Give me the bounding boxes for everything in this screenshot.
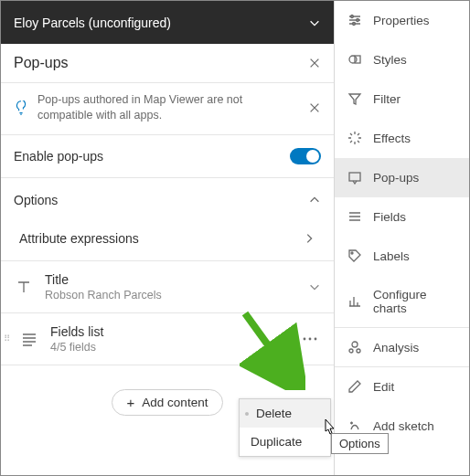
text-icon bbox=[16, 279, 32, 295]
rail-analysis-label: Analysis bbox=[373, 341, 419, 354]
panel-title: Pop-ups bbox=[14, 55, 69, 71]
svg-point-11 bbox=[349, 349, 353, 353]
chevron-right-icon bbox=[303, 232, 315, 245]
info-text: Pop-ups authored in Map Viewer are not c… bbox=[37, 92, 299, 123]
rail-filter-label: Filter bbox=[373, 92, 401, 106]
rail-popups[interactable]: Pop-ups bbox=[335, 158, 469, 197]
attribute-expressions-label: Attribute expressions bbox=[19, 231, 139, 246]
title-card[interactable]: Title Robson Ranch Parcels bbox=[1, 261, 334, 313]
rail-effects-label: Effects bbox=[373, 132, 411, 145]
dismiss-info-icon[interactable] bbox=[308, 101, 321, 114]
lightbulb-icon bbox=[14, 100, 28, 115]
sketch-icon bbox=[347, 418, 362, 433]
rail-edit-label: Edit bbox=[373, 380, 394, 394]
svg-point-12 bbox=[357, 349, 360, 353]
plus-icon: + bbox=[127, 396, 135, 409]
svg-point-9 bbox=[351, 252, 353, 254]
rail-styles-label: Styles bbox=[373, 53, 407, 67]
chevron-down-icon[interactable] bbox=[308, 280, 321, 293]
enable-popups-row: Enable pop-ups bbox=[1, 135, 334, 178]
rail-properties-label: Properties bbox=[373, 14, 430, 27]
rail-labels-label: Labels bbox=[373, 249, 410, 263]
close-icon[interactable] bbox=[308, 57, 321, 69]
attribute-expressions-row[interactable]: Attribute expressions bbox=[1, 218, 334, 261]
layer-header[interactable]: Eloy Parcels (unconfigured) bbox=[1, 1, 334, 44]
rail-analysis[interactable]: Analysis bbox=[335, 328, 469, 367]
rail-fields-label: Fields bbox=[373, 210, 406, 224]
drag-handle-icon[interactable]: ⠿ bbox=[4, 336, 11, 341]
styles-icon bbox=[347, 52, 362, 67]
svg-point-1 bbox=[309, 337, 312, 340]
add-content-label: Add content bbox=[142, 396, 208, 409]
svg-line-13 bbox=[245, 313, 293, 379]
add-content-button[interactable]: + Add content bbox=[112, 389, 224, 416]
right-rail: Properties Styles Filter Effects Pop-ups… bbox=[335, 1, 469, 475]
rail-labels[interactable]: Labels bbox=[335, 237, 469, 276]
info-banner: Pop-ups authored in Map Viewer are not c… bbox=[1, 83, 334, 135]
rail-sketch-label: Add sketch bbox=[373, 419, 434, 433]
layer-title: Eloy Parcels (unconfigured) bbox=[14, 16, 171, 30]
svg-point-6 bbox=[349, 56, 357, 63]
rail-filter[interactable]: Filter bbox=[335, 79, 469, 119]
edit-icon bbox=[347, 379, 362, 394]
effects-icon bbox=[347, 131, 362, 145]
chevron-down-icon bbox=[308, 16, 321, 29]
annotation-arrow bbox=[240, 308, 305, 390]
rail-styles[interactable]: Styles bbox=[335, 40, 469, 79]
labels-icon bbox=[347, 249, 362, 263]
filter-icon bbox=[347, 91, 362, 106]
analysis-icon bbox=[347, 340, 362, 354]
enable-popups-label: Enable pop-ups bbox=[14, 149, 103, 164]
properties-icon bbox=[347, 13, 362, 27]
context-menu: Delete Duplicate bbox=[239, 398, 331, 457]
options-label: Options bbox=[14, 193, 58, 207]
tooltip: Options bbox=[331, 433, 389, 454]
chevron-up-icon bbox=[308, 194, 321, 206]
svg-point-10 bbox=[352, 342, 358, 347]
fields-icon bbox=[347, 209, 362, 224]
context-menu-duplicate[interactable]: Duplicate bbox=[240, 428, 330, 456]
rail-properties[interactable]: Properties bbox=[335, 1, 469, 40]
svg-point-2 bbox=[315, 337, 317, 340]
charts-icon bbox=[347, 294, 362, 309]
fields-list-icon bbox=[21, 331, 37, 347]
rail-fields[interactable]: Fields bbox=[335, 197, 469, 237]
rail-edit[interactable]: Edit bbox=[335, 367, 469, 407]
app-root: Eloy Parcels (unconfigured) Pop-ups Pop-… bbox=[0, 0, 470, 476]
options-section-header[interactable]: Options bbox=[1, 178, 334, 218]
popups-icon bbox=[347, 170, 362, 185]
context-menu-delete[interactable]: Delete bbox=[240, 399, 330, 428]
enable-popups-toggle[interactable] bbox=[290, 148, 321, 164]
title-card-label: Title bbox=[45, 272, 297, 287]
rail-popups-label: Pop-ups bbox=[373, 171, 419, 185]
panel-header: Pop-ups bbox=[1, 44, 334, 83]
title-card-sub: Robson Ranch Parcels bbox=[45, 289, 297, 301]
rail-charts-label: Configure charts bbox=[373, 288, 456, 315]
rail-configure-charts[interactable]: Configure charts bbox=[335, 276, 469, 328]
svg-rect-8 bbox=[349, 173, 360, 181]
rail-effects[interactable]: Effects bbox=[335, 119, 469, 158]
